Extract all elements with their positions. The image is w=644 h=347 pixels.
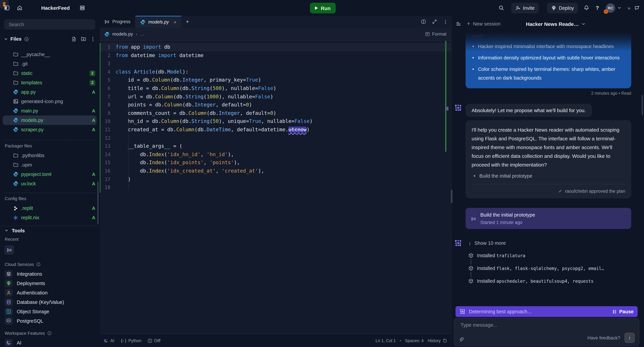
file-item-pyproject.toml[interactable]: pyproject.tomlA	[0, 170, 99, 179]
file-item-uv.lock[interactable]: uv.lockA	[0, 179, 99, 188]
code-line-10[interactable]: 10 hn_id = db.Column(db.String(50), uniq…	[100, 117, 451, 126]
feedback-link[interactable]: Have feedback?	[588, 335, 620, 340]
stack-icon[interactable]	[80, 0, 85, 16]
close-tab-icon[interactable]: ×	[174, 19, 176, 25]
editor-scrollbar-marker[interactable]	[445, 107, 448, 111]
sidebar-item-postgresql[interactable]: PostgreSQL	[0, 316, 99, 326]
help-icon[interactable]: ?	[596, 0, 599, 16]
avatar-status-badge: ✦	[604, 10, 608, 14]
indentation-setting[interactable]: Spaces: 4	[405, 338, 424, 343]
format-button[interactable]: Format	[425, 32, 446, 37]
tab-models-py[interactable]: models.py ×	[136, 16, 181, 28]
recent-tool-tile[interactable]	[5, 245, 14, 254]
project-title[interactable]: HackerFeed	[41, 0, 70, 16]
search-box[interactable]	[4, 19, 95, 30]
code-line-6[interactable]: 6 title = db.Column(db.String(500), null…	[100, 84, 451, 93]
new-folder-icon[interactable]	[81, 36, 86, 42]
sidebar-item-ai[interactable]: AI	[0, 338, 99, 347]
new-tab-button[interactable]: +	[182, 16, 194, 28]
info-icon[interactable]	[47, 331, 52, 335]
file-item-.git[interactable]: .git	[0, 59, 99, 69]
expand-icon[interactable]	[432, 19, 437, 24]
code-line-7[interactable]: 7 url = db.Column(db.String(1000), nulla…	[100, 93, 451, 101]
file-item-scraper.py[interactable]: scraper.pyA	[0, 125, 99, 134]
deploy-button[interactable]: Deploy	[547, 3, 578, 14]
file-item-models.py[interactable]: models.pyA	[0, 116, 99, 125]
code-line-13[interactable]: 13 __table_args__ = (	[100, 142, 451, 150]
file-item-templates[interactable]: templates2	[0, 78, 99, 87]
code-line-2[interactable]: 2from datetime import datetime	[100, 51, 451, 60]
session-title[interactable]: Hacker News Reade…	[526, 21, 585, 27]
home-icon[interactable]	[17, 0, 22, 16]
code-line-5[interactable]: 5 id = db.Column(db.Integer, primary_key…	[100, 76, 451, 84]
send-button[interactable]: ↑	[624, 333, 634, 343]
file-item-.replit[interactable]: .replitA	[0, 203, 99, 213]
code-line-14[interactable]: 14 db.Index('idx_hn_id', 'hn_id'),	[100, 150, 451, 158]
file-item-__pycache__[interactable]: __pycache__	[0, 50, 99, 59]
tools-header[interactable]: Tools	[5, 227, 99, 233]
file-item-.pythonlibs[interactable]: .pythonlibs	[0, 151, 99, 160]
code-line-9[interactable]: 9 comments_count = db.Column(db.Integer,…	[100, 109, 451, 117]
code-line-11[interactable]: 11 created_at = db.Column(db.DateTime, d…	[100, 126, 451, 134]
code-editor[interactable]: 1from app import db2from datetime import…	[100, 41, 451, 334]
info-icon[interactable]	[36, 262, 41, 266]
code-line-17[interactable]: 17 )	[100, 175, 451, 183]
chevrons-right-icon[interactable]: »	[628, 0, 630, 16]
code-line-15[interactable]: 15 db.Index('idx_points', 'points'),	[100, 159, 451, 167]
code-line-4[interactable]: 4class Article(db.Model):	[100, 68, 451, 76]
sessions-list-icon[interactable]	[456, 21, 461, 27]
file-item-main.py[interactable]: main.pyA	[0, 106, 99, 116]
code-line-18[interactable]: 18	[100, 183, 451, 192]
search-icon[interactable]	[498, 0, 504, 16]
pause-button[interactable]: Pause	[613, 309, 634, 314]
kebab-menu-icon[interactable]: ⋮	[90, 36, 95, 42]
code-line-16[interactable]: 16 db.Index('idx_created_at', 'created_a…	[100, 167, 451, 175]
code-line-8[interactable]: 8 points = db.Column(db.Integer, default…	[100, 101, 451, 109]
sidebar-item-object-storage[interactable]: 1001Object Storage	[0, 307, 99, 316]
history-button[interactable]: History	[428, 338, 447, 343]
code-line-3[interactable]: 3	[100, 60, 451, 68]
chat-scrollbar[interactable]	[642, 95, 643, 115]
search-input[interactable]	[8, 21, 91, 27]
chat-scroll-area[interactable]: Style: •Hacker-inspired minimalist inter…	[452, 32, 644, 304]
file-item-generated-icon.png[interactable]: generated-icon.png	[0, 97, 99, 106]
attachment-paperclip-icon[interactable]	[458, 337, 464, 342]
chevron-down-icon[interactable]	[4, 37, 8, 41]
user-style-bullet: •Color scheme inspired by terminal theme…	[472, 65, 624, 82]
show-more-button[interactable]: Show 10 more	[474, 240, 506, 246]
kebab-menu-icon[interactable]: ⋮	[443, 19, 448, 24]
cursor-position[interactable]: Ln 1, Col 1	[376, 338, 396, 343]
status-diff-button[interactable]: Diff	[148, 338, 160, 343]
braces-check-icon: {✓}	[120, 338, 126, 343]
invite-button[interactable]: Invite	[511, 3, 538, 14]
new-session-button[interactable]: + New session	[467, 21, 500, 27]
message-composer[interactable]: Have feedback? ↑	[454, 318, 639, 346]
new-file-icon[interactable]	[72, 37, 76, 42]
check-circle-icon	[24, 37, 29, 42]
file-item-app.py[interactable]: app.pyA	[0, 87, 99, 97]
split-pane-icon[interactable]	[421, 19, 426, 24]
code-line-1[interactable]: 1from app import db	[100, 43, 451, 51]
file-item-static[interactable]: static2	[0, 69, 99, 78]
file-name: templates	[21, 80, 42, 85]
notifications-bell-icon[interactable]	[584, 0, 589, 16]
chat-sparkle-icon[interactable]	[634, 0, 640, 16]
status-python-button[interactable]: {✓}Python	[120, 338, 142, 343]
sidebar-toggle-icon[interactable]	[4, 0, 10, 16]
breadcrumb: models.py › … Format	[100, 28, 451, 41]
file-item-replit.nix[interactable]: replit.nixA	[0, 213, 99, 222]
message-input[interactable]	[460, 322, 587, 328]
file-item-.upm[interactable]: .upm	[0, 160, 99, 170]
tab-progress[interactable]: Progress	[100, 16, 136, 28]
sidebar-scrollbar[interactable]	[97, 182, 98, 224]
chevron-down-icon[interactable]	[618, 0, 621, 16]
sidebar-item-deployments[interactable]: Deployments	[0, 279, 99, 288]
run-button[interactable]: Run	[310, 3, 336, 14]
sidebar-item-authentication[interactable]: Authentication	[0, 288, 99, 297]
status-ai-button[interactable]: AI	[104, 338, 114, 343]
task-card[interactable]: Build the initial prototype Started 1 mi…	[466, 208, 631, 229]
sidebar-item-database-key-value-[interactable]: Database (Key/Value)	[0, 297, 99, 307]
line-number: 17	[100, 175, 116, 183]
sidebar-item-integrations[interactable]: Integrations	[0, 269, 99, 279]
code-line-12[interactable]: 12	[100, 134, 451, 142]
